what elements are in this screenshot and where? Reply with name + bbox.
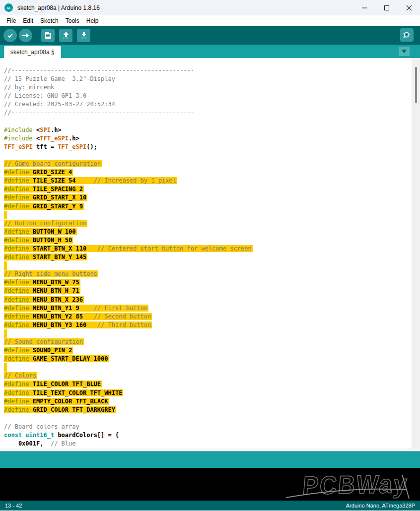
code-line[interactable] bbox=[4, 261, 420, 270]
code-line[interactable]: //--------------------------------------… bbox=[4, 109, 420, 117]
code-line[interactable]: #define GRID_START_Y 9 bbox=[4, 202, 420, 211]
arrow-right-circle-icon bbox=[22, 32, 29, 39]
menu-file[interactable]: File bbox=[3, 16, 19, 25]
code-line[interactable]: #include <TFT_eSPI.h> bbox=[4, 134, 420, 143]
code-line[interactable]: // Created: 2025-03-27 20:52:34 bbox=[4, 100, 420, 109]
document-icon bbox=[44, 31, 52, 39]
console-output: PCBWay bbox=[0, 468, 420, 501]
scrollbar-thumb[interactable] bbox=[415, 67, 417, 103]
menu-sketch[interactable]: Sketch bbox=[37, 16, 62, 25]
check-circle-icon bbox=[6, 32, 14, 39]
menu-help[interactable]: Help bbox=[83, 16, 102, 25]
line-status-bar: 13 - 42 Arduino Nano, ATmega328P bbox=[0, 501, 420, 511]
minimize-icon bbox=[361, 5, 367, 11]
code-line[interactable]: TFT_eSPI tft = TFT_eSPI(); bbox=[4, 143, 420, 151]
code-line[interactable]: // Board colors array bbox=[4, 423, 420, 431]
code-line[interactable]: // 15 Puzzle Game 3.2"-Display bbox=[4, 75, 420, 83]
code-line[interactable]: #define EMPTY_COLOR TFT_BLACK bbox=[4, 397, 420, 406]
code-line[interactable]: // Right side menu buttons bbox=[4, 270, 420, 278]
code-line[interactable]: #define MENU_BTN_Y2 85 // Second button bbox=[4, 313, 420, 321]
editor-scrollbar[interactable] bbox=[412, 58, 420, 448]
code-line[interactable]: //--------------------------------------… bbox=[4, 66, 420, 75]
chevron-down-icon bbox=[402, 50, 407, 53]
maximize-button[interactable] bbox=[375, 0, 398, 15]
save-sketch-button[interactable] bbox=[77, 29, 90, 42]
status-strip bbox=[0, 451, 420, 468]
code-line[interactable]: #define GRID_COLOR TFT_DARKGREY bbox=[4, 406, 420, 414]
close-icon bbox=[406, 5, 412, 11]
toolbar bbox=[0, 26, 420, 45]
serial-monitor-button[interactable] bbox=[400, 28, 414, 42]
arrow-up-tray-icon bbox=[62, 31, 70, 39]
code-line[interactable]: #define START_BTN_Y 145 bbox=[4, 253, 420, 261]
menu-tools[interactable]: Tools bbox=[62, 16, 83, 25]
code-line[interactable]: #define MENU_BTN_Y3 160 // Third button bbox=[4, 321, 420, 329]
code-line[interactable] bbox=[4, 414, 420, 423]
code-line[interactable]: #define TILE_COLOR TFT_BLUE bbox=[4, 380, 420, 388]
new-sketch-button[interactable] bbox=[41, 29, 55, 42]
menu-edit[interactable]: Edit bbox=[19, 16, 37, 25]
code-line[interactable]: #define START_BTN_X 110 // Centered star… bbox=[4, 245, 420, 253]
code-line[interactable]: // Colors bbox=[4, 372, 420, 380]
code-line[interactable]: #define MENU_BTN_H 71 bbox=[4, 287, 420, 295]
tab-overflow-button[interactable] bbox=[399, 47, 410, 56]
tab-bar: sketch_apr08a § bbox=[0, 45, 420, 58]
code-line[interactable]: #define TILE_TEXT_COLOR TFT_WHITE bbox=[4, 389, 420, 397]
window-title: sketch_apr08a | Arduino 1.8.16 bbox=[17, 4, 100, 11]
maximize-icon bbox=[384, 5, 390, 11]
code-line[interactable]: // License: GNU GP1 3.0 bbox=[4, 92, 420, 100]
menu-bar: File Edit Sketch Tools Help bbox=[0, 15, 420, 26]
upload-button[interactable] bbox=[19, 29, 32, 42]
code-line[interactable] bbox=[4, 151, 420, 160]
code-line[interactable]: #define GRID_START_X 10 bbox=[4, 193, 420, 202]
code-line[interactable]: #define MENU_BTN_Y1 9 // First button bbox=[4, 304, 420, 313]
open-sketch-button[interactable] bbox=[59, 29, 72, 42]
minimize-button[interactable] bbox=[353, 0, 375, 15]
selection-range: 13 - 42 bbox=[5, 503, 22, 509]
code-line[interactable]: #define TILE_SPACING 2 bbox=[4, 185, 420, 193]
verify-button[interactable] bbox=[3, 29, 17, 42]
code-line[interactable] bbox=[4, 363, 420, 372]
code-line[interactable]: // Button configuration bbox=[4, 219, 420, 228]
code-line[interactable] bbox=[4, 211, 420, 219]
code-line[interactable] bbox=[4, 118, 420, 126]
code-line[interactable]: // Game board configuration bbox=[4, 160, 420, 168]
code-line[interactable]: // Sound configuration bbox=[4, 338, 420, 346]
code-area[interactable]: //--------------------------------------… bbox=[0, 58, 420, 448]
code-line[interactable]: #define SOUND_PIN 2 bbox=[4, 346, 420, 355]
watermark-swoosh bbox=[282, 468, 416, 501]
arduino-infinity-icon: ∞ bbox=[4, 3, 13, 12]
code-line[interactable]: #include <SPI.h> bbox=[4, 126, 420, 134]
code-line[interactable]: // by: mircemk bbox=[4, 83, 420, 92]
code-line[interactable]: #define BUTTON_H 50 bbox=[4, 236, 420, 245]
magnifier-icon bbox=[403, 31, 412, 40]
arrow-down-tray-icon bbox=[80, 31, 88, 39]
board-status: Arduino Nano, ATmega328P bbox=[346, 503, 415, 509]
code-line[interactable]: #define MENU_BTN_X 236 bbox=[4, 296, 420, 304]
code-line[interactable]: #define MENU_BTN_W 75 bbox=[4, 278, 420, 287]
code-line[interactable]: const uint16_t boardColors[] = { bbox=[4, 431, 420, 440]
close-button[interactable] bbox=[398, 0, 420, 15]
tab-label: sketch_apr08a § bbox=[10, 49, 55, 56]
code-line[interactable]: #define BUTTON_W 100 bbox=[4, 228, 420, 236]
tab-sketch-apr08a[interactable]: sketch_apr08a § bbox=[4, 46, 61, 58]
code-line[interactable]: #define TILE_SIZE 54 // Increased by 1 p… bbox=[4, 177, 420, 185]
code-line[interactable]: #define GRID_SIZE 4 bbox=[4, 168, 420, 177]
code-line[interactable]: #define GAME_START_DELAY 1000 bbox=[4, 355, 420, 363]
title-bar: ∞ sketch_apr08a | Arduino 1.8.16 bbox=[0, 0, 420, 15]
code-line[interactable] bbox=[4, 329, 420, 338]
code-line[interactable]: 0x001F, // Blue bbox=[4, 440, 420, 448]
editor-pane: //--------------------------------------… bbox=[0, 58, 420, 448]
